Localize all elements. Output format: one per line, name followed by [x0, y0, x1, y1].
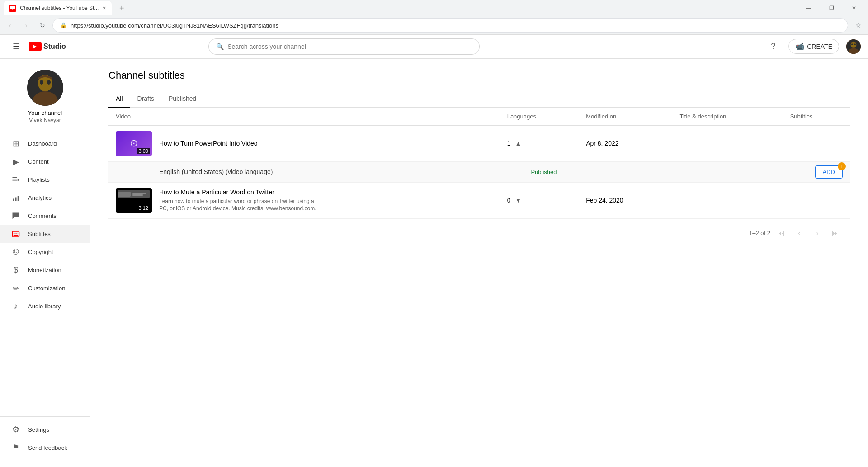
- add-button-1[interactable]: ADD 1: [815, 165, 843, 179]
- sidebar-item-send-feedback[interactable]: ⚑ Send feedback: [0, 439, 90, 457]
- svg-point-3: [851, 43, 853, 45]
- customization-icon: ✏: [11, 283, 21, 293]
- pagination-info: 1–2 of 2: [749, 230, 770, 236]
- svg-rect-21: [14, 235, 19, 236]
- svg-rect-20: [18, 233, 19, 234]
- close-button[interactable]: ✕: [844, 2, 864, 14]
- window-controls: — ❐ ✕: [798, 2, 864, 14]
- col-header-subtitles: Subtitles: [783, 108, 850, 126]
- sidebar-label-send-feedback: Send feedback: [28, 444, 67, 451]
- page-title: Channel subtitles: [108, 70, 850, 81]
- help-button[interactable]: ?: [765, 38, 781, 55]
- browser-actions: ☆: [852, 19, 864, 32]
- youtube-studio-logo[interactable]: Studio: [29, 42, 66, 51]
- audio-library-icon: ♪: [11, 302, 21, 311]
- svg-rect-15: [15, 197, 17, 201]
- sidebar-item-subtitles[interactable]: Subtitles: [0, 225, 90, 243]
- minimize-button[interactable]: —: [798, 2, 819, 14]
- lang-count-2: 0: [507, 197, 511, 204]
- col-header-languages: Languages: [500, 108, 579, 126]
- url-input[interactable]: [71, 22, 840, 29]
- expanded-row-1: English (United States) (video language)…: [108, 161, 850, 182]
- expand-button-2[interactable]: ▼: [513, 195, 523, 206]
- last-page-button[interactable]: ⏭: [828, 226, 843, 241]
- channel-handle: Vivek Nayyar: [29, 117, 61, 123]
- lock-icon: 🔒: [60, 22, 67, 28]
- topnav-actions: ? 📹 CREATE: [765, 38, 861, 55]
- address-bar[interactable]: 🔒: [52, 18, 848, 33]
- sidebar-label-settings: Settings: [28, 426, 49, 433]
- sidebar-label-audio-library: Audio library: [28, 303, 61, 310]
- sidebar-divider: [0, 416, 90, 417]
- forward-button[interactable]: ›: [20, 19, 33, 32]
- refresh-button[interactable]: ↻: [36, 19, 49, 32]
- languages-cell-2: 0 ▼: [500, 182, 579, 218]
- monetization-icon: $: [11, 265, 21, 275]
- svg-point-8: [40, 80, 43, 85]
- channel-avatar[interactable]: [27, 70, 63, 106]
- sidebar-item-customization[interactable]: ✏ Customization: [0, 279, 90, 297]
- tab-drafts[interactable]: Drafts: [130, 90, 161, 108]
- search-input[interactable]: [227, 43, 472, 50]
- modified-date-1: Apr 8, 2022: [586, 140, 618, 147]
- svg-rect-16: [18, 196, 19, 201]
- video-thumbnail-1[interactable]: ⊙ 3:00: [116, 131, 152, 156]
- languages-cell-1: 1 ▲: [500, 125, 579, 161]
- sidebar-item-monetization[interactable]: $ Monetization: [0, 261, 90, 279]
- back-button[interactable]: ‹: [4, 19, 16, 32]
- sidebar-item-settings[interactable]: ⚙ Settings: [0, 420, 90, 439]
- menu-button[interactable]: ☰: [7, 38, 25, 56]
- search-icon: 🔍: [216, 43, 224, 50]
- video-title-2[interactable]: How to Mute a Particular Word on Twitter: [159, 189, 317, 196]
- title-desc-cell-2: –: [673, 182, 783, 218]
- main-content: Your channel Vivek Nayyar ⊞ Dashboard ▶ …: [0, 59, 868, 467]
- video-cell-1: ⊙ 3:00 How to Turn PowerPoint Into Video: [108, 125, 500, 161]
- bookmark-icon[interactable]: ☆: [852, 19, 864, 32]
- sidebar-item-copyright[interactable]: © Copyright: [0, 243, 90, 261]
- video-title-1[interactable]: How to Turn PowerPoint Into Video: [159, 140, 258, 147]
- expand-button-1[interactable]: ▲: [513, 138, 523, 149]
- sidebar-label-subtitles: Subtitles: [28, 231, 51, 237]
- playlists-icon: [11, 176, 21, 184]
- table-row: 3:12 How to Mute a Particular Word on Tw…: [108, 182, 850, 218]
- tab-close-btn[interactable]: ✕: [102, 5, 106, 11]
- sidebar-item-dashboard[interactable]: ⊞ Dashboard: [0, 135, 90, 153]
- sidebar-label-playlists: Playlists: [28, 176, 50, 183]
- feedback-icon: ⚑: [11, 443, 21, 453]
- col-header-title-desc: Title & description: [673, 108, 783, 126]
- video-thumbnail-2[interactable]: 3:12: [116, 188, 152, 213]
- sidebar-label-content: Content: [28, 158, 49, 165]
- col-header-video: Video: [108, 108, 500, 126]
- sidebar-item-audio-library[interactable]: ♪ Audio library: [0, 297, 90, 316]
- sidebar-label-copyright: Copyright: [28, 249, 53, 255]
- user-avatar[interactable]: [846, 39, 861, 54]
- subtitles-2: –: [790, 197, 794, 204]
- create-button[interactable]: 📹 CREATE: [788, 39, 839, 54]
- sidebar-item-content[interactable]: ▶ Content: [0, 153, 90, 171]
- browser-tab[interactable]: Channel subtitles - YouTube St... ✕: [4, 1, 112, 15]
- tab-published[interactable]: Published: [161, 90, 204, 108]
- title-desc-2: –: [680, 197, 684, 204]
- maximize-button[interactable]: ❐: [821, 2, 842, 14]
- svg-rect-11: [13, 179, 18, 180]
- settings-icon: ⚙: [11, 425, 21, 434]
- copyright-icon: ©: [11, 247, 21, 257]
- create-label: CREATE: [807, 43, 832, 50]
- sidebar-item-comments[interactable]: Comments: [0, 207, 90, 225]
- search-bar[interactable]: 🔍: [208, 38, 480, 55]
- sidebar-item-playlists[interactable]: Playlists: [0, 171, 90, 189]
- analytics-icon: [11, 194, 21, 202]
- prev-page-button[interactable]: ‹: [792, 226, 807, 241]
- channel-info: Your channel Vivek Nayyar: [0, 62, 90, 131]
- new-tab-button[interactable]: +: [115, 2, 128, 14]
- first-page-button[interactable]: ⏮: [774, 226, 788, 241]
- youtube-studio-app: ☰ Studio 🔍 ? 📹 CREATE: [0, 35, 868, 467]
- next-page-button[interactable]: ›: [810, 226, 825, 241]
- tab-all[interactable]: All: [108, 90, 130, 108]
- svg-rect-12: [13, 180, 18, 181]
- help-icon: ?: [771, 42, 775, 51]
- video-cell-2: 3:12 How to Mute a Particular Word on Tw…: [108, 182, 500, 218]
- svg-rect-18: [14, 233, 15, 234]
- modified-cell-1: Apr 8, 2022: [579, 125, 672, 161]
- sidebar-item-analytics[interactable]: Analytics: [0, 189, 90, 207]
